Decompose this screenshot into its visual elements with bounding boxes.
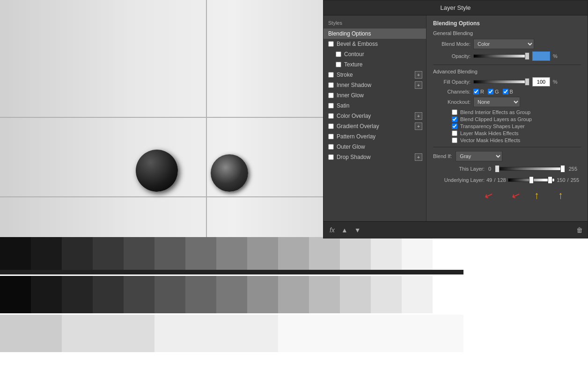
- sidebar-item-drop-shadow[interactable]: Drop Shadow +: [323, 152, 426, 162]
- bevel-emboss-checkbox[interactable]: [328, 41, 334, 47]
- blend-clipped-row: Blend Clipped Layers as Group: [433, 116, 581, 122]
- layer-mask-checkbox[interactable]: [452, 130, 457, 136]
- this-layer-row: This Layer: 0 255: [433, 164, 581, 173]
- fill-opacity-slider[interactable]: [473, 78, 529, 86]
- arrow-red-1: ↗: [483, 188, 495, 203]
- advanced-blending-label: Advanced Blending: [433, 69, 581, 74]
- color-strip: [0, 237, 463, 368]
- move-up-button[interactable]: ▲: [340, 225, 349, 235]
- styles-label: Styles: [323, 18, 426, 29]
- opacity-slider[interactable]: [473, 52, 529, 60]
- blending-options-content: Blending Options General Blending Blend …: [426, 15, 588, 221]
- opacity-row: Opacity: 100 %: [433, 51, 581, 61]
- stroke-checkbox[interactable]: [328, 72, 334, 78]
- this-layer-thumb-left[interactable]: [495, 165, 500, 173]
- inner-shadow-checkbox[interactable]: [328, 82, 334, 88]
- sidebar: Styles Blending Options Bevel & Emboss C…: [323, 15, 426, 221]
- sidebar-item-outer-glow[interactable]: Outer Glow: [323, 142, 426, 152]
- gradient-overlay-plus-btn[interactable]: +: [415, 123, 422, 130]
- underlying-thumb-right[interactable]: [548, 176, 552, 184]
- underlying-slash2: /: [567, 177, 569, 183]
- sidebar-item-label: Outer Glow: [337, 144, 365, 150]
- layer-mask-row: Layer Mask Hides Effects: [433, 130, 581, 136]
- door-knob-right: [211, 154, 248, 192]
- panel-title-text: Layer Style: [440, 4, 470, 11]
- opacity-track: [473, 54, 529, 58]
- sidebar-item-label: Stroke: [337, 72, 353, 78]
- divider1: [433, 65, 581, 65]
- channel-r-checkbox[interactable]: [473, 89, 479, 94]
- fill-opacity-track: [473, 80, 529, 84]
- underlying-min: 49: [486, 177, 492, 183]
- this-layer-thumb-right[interactable]: [560, 165, 565, 173]
- color-overlay-plus-btn[interactable]: +: [415, 112, 422, 120]
- underlying-slider[interactable]: [508, 175, 555, 185]
- underlying-thumb-left[interactable]: [529, 176, 534, 184]
- contour-checkbox[interactable]: [336, 51, 341, 57]
- layer-style-panel: Layer Style Styles Blending Options Beve…: [323, 0, 588, 238]
- sidebar-item-color-overlay[interactable]: Color Overlay +: [323, 111, 426, 121]
- channel-b-checkbox[interactable]: [503, 89, 508, 94]
- sidebar-item-satin[interactable]: Satin: [323, 101, 426, 111]
- layer-mask-label: Layer Mask Hides Effects: [460, 130, 519, 136]
- sidebar-item-label: Blending Options: [328, 30, 371, 37]
- sidebar-item-contour[interactable]: Contour: [323, 49, 426, 59]
- vector-mask-row: Vector Mask Hides Effects: [433, 137, 581, 143]
- delete-button[interactable]: 🗑: [576, 226, 583, 234]
- gradient-overlay-checkbox[interactable]: [328, 123, 334, 129]
- blend-interior-checkbox[interactable]: [452, 109, 457, 115]
- fill-opacity-percent: %: [553, 79, 558, 85]
- fill-opacity-value[interactable]: [532, 77, 550, 87]
- this-layer-slider[interactable]: [495, 164, 565, 173]
- transparency-shapes-label: Transparency Shapes Layer: [460, 123, 525, 129]
- drop-shadow-checkbox[interactable]: [328, 154, 334, 160]
- outer-glow-checkbox[interactable]: [328, 144, 334, 150]
- color-overlay-checkbox[interactable]: [328, 113, 334, 119]
- texture-checkbox[interactable]: [336, 62, 341, 67]
- sidebar-item-label: Gradient Overlay: [337, 123, 379, 130]
- fill-opacity-row: Fill Opacity: %: [433, 77, 581, 87]
- sidebar-item-stroke[interactable]: Stroke +: [323, 70, 426, 80]
- sidebar-item-label: Bevel & Emboss: [337, 41, 378, 47]
- satin-checkbox[interactable]: [328, 103, 334, 108]
- this-layer-track: [495, 167, 565, 171]
- move-down-button[interactable]: ▼: [353, 225, 362, 235]
- opacity-label: Opacity:: [433, 53, 470, 59]
- sidebar-item-label: Satin: [337, 102, 349, 109]
- sidebar-item-texture[interactable]: Texture: [323, 59, 426, 70]
- pattern-overlay-checkbox[interactable]: [328, 134, 334, 139]
- sidebar-item-blending-options[interactable]: Blending Options: [323, 29, 426, 39]
- sidebar-item-label: Texture: [344, 61, 362, 68]
- stroke-plus-btn[interactable]: +: [415, 71, 422, 79]
- fill-opacity-thumb[interactable]: [525, 78, 529, 86]
- channel-g-checkbox[interactable]: [488, 89, 493, 94]
- knockout-label: Knockout:: [433, 99, 470, 105]
- drop-shadow-plus-btn[interactable]: +: [415, 153, 422, 161]
- transparency-shapes-checkbox[interactable]: [452, 123, 457, 129]
- transparency-shapes-row: Transparency Shapes Layer: [433, 123, 581, 129]
- sidebar-item-label: Color Overlay: [337, 113, 371, 119]
- sidebar-item-bevel-emboss[interactable]: Bevel & Emboss: [323, 39, 426, 49]
- channel-b: B: [503, 89, 513, 94]
- vector-mask-checkbox[interactable]: [452, 137, 457, 143]
- knockout-select[interactable]: None Shallow Deep: [473, 97, 520, 107]
- opacity-percent: %: [553, 53, 558, 59]
- channels-label: Channels:: [433, 89, 470, 94]
- channel-g: G: [488, 89, 499, 94]
- inner-shadow-plus-btn[interactable]: +: [415, 81, 422, 89]
- sidebar-item-pattern-overlay[interactable]: Pattern Overlay: [323, 131, 426, 142]
- sidebar-item-inner-shadow[interactable]: Inner Shadow +: [323, 80, 426, 90]
- sidebar-item-gradient-overlay[interactable]: Gradient Overlay +: [323, 121, 426, 131]
- sidebar-item-label: Inner Glow: [337, 92, 364, 99]
- blend-if-select[interactable]: Gray Red Green Blue: [456, 151, 502, 161]
- blend-mode-select[interactable]: Color Normal Multiply Screen Overlay: [473, 39, 534, 49]
- fill-opacity-label: Fill Opacity:: [433, 79, 470, 85]
- inner-glow-checkbox[interactable]: [328, 93, 334, 98]
- opacity-thumb[interactable]: [525, 52, 529, 60]
- fx-button[interactable]: fx: [328, 225, 336, 235]
- sidebar-item-inner-glow[interactable]: Inner Glow: [323, 90, 426, 101]
- knockout-row: Knockout: None Shallow Deep: [433, 97, 581, 107]
- vector-mask-label: Vector Mask Hides Effects: [460, 137, 520, 143]
- opacity-value[interactable]: 100: [532, 51, 550, 61]
- blend-clipped-checkbox[interactable]: [452, 116, 457, 122]
